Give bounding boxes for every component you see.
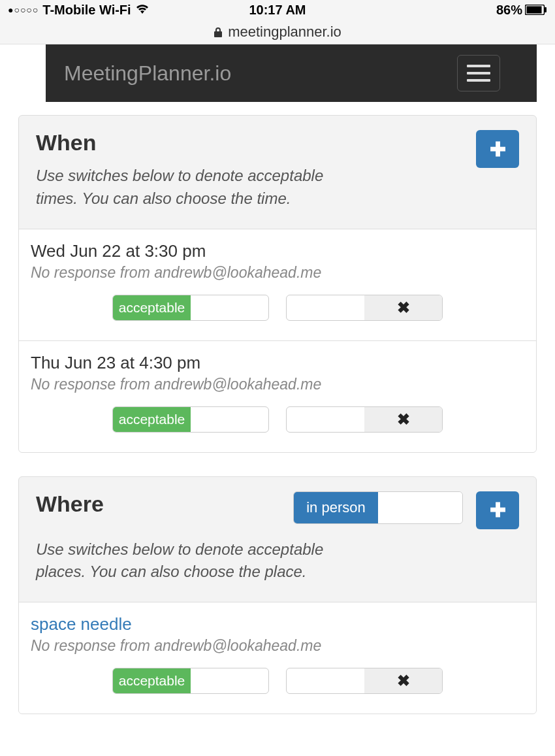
place-option-title[interactable]: space needle <box>31 614 524 634</box>
toggle-on-side <box>287 407 364 432</box>
x-icon: ✖ <box>397 410 410 429</box>
reject-toggle[interactable]: ✖ <box>286 295 443 321</box>
plus-icon: ✚ <box>490 499 506 521</box>
signal-dots-icon: ●○○○○ <box>8 5 39 15</box>
place-option-subtitle: No response from andrewb@lookahead.me <box>31 637 524 655</box>
toggle-off-label: ✖ <box>364 668 442 693</box>
lock-icon <box>214 27 223 37</box>
x-icon: ✖ <box>397 299 410 317</box>
status-right: 86% <box>496 3 547 18</box>
plus-icon: ✚ <box>490 138 506 161</box>
time-option-subtitle: No response from andrewb@lookahead.me <box>31 376 524 393</box>
svg-rect-2 <box>545 7 547 12</box>
add-place-button[interactable]: ✚ <box>476 491 519 529</box>
time-option-title: Thu Jun 23 at 4:30 pm <box>31 353 524 373</box>
add-time-button[interactable]: ✚ <box>476 130 519 168</box>
wifi-icon <box>135 3 150 18</box>
hamburger-bar-icon <box>467 65 490 67</box>
time-option-title: Wed Jun 22 at 3:30 pm <box>31 241 524 261</box>
toggle-off-label: ✖ <box>364 295 442 320</box>
mode-toggle-off-side <box>378 492 462 523</box>
acceptable-toggle[interactable]: acceptable <box>112 406 269 433</box>
place-option-row: space needle No response from andrewb@lo… <box>19 602 536 714</box>
acceptable-toggle[interactable]: acceptable <box>112 668 269 694</box>
x-icon: ✖ <box>397 672 410 690</box>
panel-where: Where in person ✚ Use switches below to … <box>18 476 537 715</box>
panel-when-instructions: Use switches below to denote acceptable … <box>36 165 343 210</box>
toggle-off-side <box>191 295 268 320</box>
navbar: MeetingPlanner.io <box>46 44 537 102</box>
mode-toggle-on-label: in person <box>294 492 378 523</box>
url-text: meetingplanner.io <box>228 24 341 41</box>
panel-when: When Use switches below to denote accept… <box>18 115 537 453</box>
carrier-label: T-Mobile Wi-Fi <box>42 3 131 18</box>
toggle-on-side <box>287 295 364 320</box>
panel-where-instructions: Use switches below to denote acceptable … <box>36 538 343 584</box>
panel-where-title: Where <box>36 491 104 517</box>
acceptable-toggle[interactable]: acceptable <box>112 295 269 321</box>
svg-rect-1 <box>527 7 542 14</box>
toggle-off-side <box>191 668 268 693</box>
toggle-off-label: ✖ <box>364 407 442 432</box>
clock-label: 10:17 AM <box>249 3 306 18</box>
panel-when-title: When <box>36 130 343 156</box>
reject-toggle[interactable]: ✖ <box>286 668 443 694</box>
location-mode-toggle[interactable]: in person <box>293 491 463 524</box>
status-left: ●○○○○ T-Mobile Wi-Fi <box>8 3 150 18</box>
hamburger-bar-icon <box>467 79 490 82</box>
time-option-row: Wed Jun 22 at 3:30 pm No response from a… <box>19 229 536 340</box>
battery-pct-label: 86% <box>496 3 522 18</box>
ios-status-bar: ●○○○○ T-Mobile Wi-Fi 10:17 AM 86% <box>0 0 555 20</box>
toggle-on-label: acceptable <box>113 668 191 693</box>
time-option-row: Thu Jun 23 at 4:30 pm No response from a… <box>19 340 536 452</box>
browser-url-bar: meetingplanner.io <box>0 20 555 44</box>
toggle-on-side <box>287 668 364 693</box>
toggle-on-label: acceptable <box>113 407 191 432</box>
time-option-subtitle: No response from andrewb@lookahead.me <box>31 264 524 282</box>
battery-icon <box>525 5 547 15</box>
toggle-on-label: acceptable <box>113 295 191 320</box>
brand-label[interactable]: MeetingPlanner.io <box>64 61 231 86</box>
toggle-off-side <box>191 407 268 432</box>
hamburger-menu-button[interactable] <box>457 55 500 91</box>
reject-toggle[interactable]: ✖ <box>286 406 443 433</box>
hamburger-bar-icon <box>467 72 490 74</box>
